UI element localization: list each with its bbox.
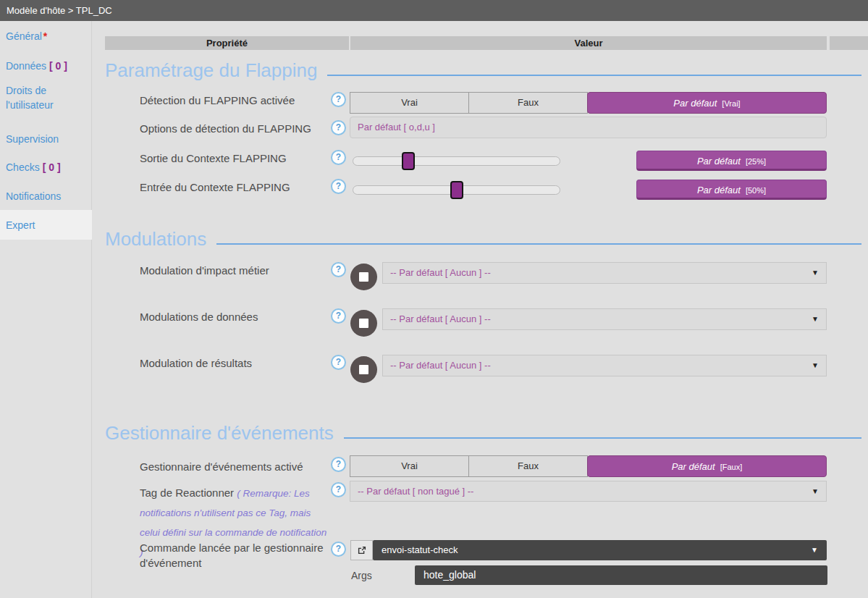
column-header-property: Propriété [105,36,349,50]
commande-select[interactable]: envoi-statut-check ▼ [373,540,827,560]
sidebar-item-notifications[interactable]: Notifications [0,189,92,203]
sortie-default-button[interactable]: Par défaut[25%] [636,151,827,171]
required-asterisk: * [43,30,47,42]
host-template-page: Modèle d'hôte > TPL_DC Général* Données[… [0,0,868,598]
chevron-down-icon: ▼ [812,481,819,502]
section-evenements: Gestionnaire d'événements [105,422,861,444]
count-badge: [ 0 ] [43,161,61,173]
help-icon[interactable]: ? [331,308,346,324]
help-icon[interactable]: ? [331,542,346,557]
slider-handle[interactable] [402,152,415,170]
label-commande-gestionnaire: Commande lancée par le gestionnaire d'év… [140,540,342,570]
section-flapping: Paramétrage du Flapping [105,59,861,81]
gestionnaire-true-button[interactable]: Vrai [350,455,469,477]
flapping-options-input[interactable]: Par défaut [ o,d,u ] [350,117,827,138]
help-icon[interactable]: ? [331,482,346,497]
modulation-impact-select[interactable]: -- Par défaut [ Aucun ] -- ▼ [382,262,827,284]
sidebar-item-general[interactable]: Général* [0,29,92,43]
external-link-icon [357,545,367,555]
label-sortie-flapping: Sortie du Contexte FLAPPING [140,151,287,166]
entree-slider[interactable] [353,185,560,195]
help-icon[interactable]: ? [331,262,346,277]
help-icon[interactable]: ? [331,120,346,135]
column-header-value: Valeur [350,36,827,50]
chevron-down-icon: ▼ [812,355,819,376]
tag-reactionner-select[interactable]: -- Par défaut [ non tagué ] -- ▼ [350,481,827,502]
chevron-down-icon: ▼ [812,309,819,329]
section-title: Modulations [105,228,206,250]
sidebar-item-donnees[interactable]: Données[ 0 ] [0,59,92,73]
label-options-flapping: Options de détection du FLAPPING [140,122,311,136]
label-detection-flapping: Détection du FLAPPING activée [140,93,295,108]
label-entree-flapping: Entrée du Contexte FLAPPING [140,180,290,195]
stop-icon [359,272,368,282]
label-modulation-resultats: Modulation de résultats [140,356,252,371]
sidebar-item-checks[interactable]: Checks[ 0 ] [0,160,92,174]
clear-modulation-button[interactable] [350,310,377,337]
chevron-down-icon: ▼ [811,540,818,560]
chevron-down-icon: ▼ [812,263,819,283]
stop-icon [359,365,368,374]
detection-true-button[interactable]: Vrai [350,92,469,114]
breadcrumb-bar: Modèle d'hôte > TPL_DC [0,0,868,21]
sidebar-item-droits[interactable]: Droits de l'utilisateur [0,83,83,112]
section-title: Paramétrage du Flapping [105,59,317,81]
column-header-spacer [830,36,868,50]
section-rule [216,243,861,245]
help-icon[interactable]: ? [331,355,346,370]
breadcrumb: Modèle d'hôte > TPL_DC [7,5,112,16]
section-rule [344,437,861,439]
entree-default-button[interactable]: Par défaut[50%] [636,180,827,200]
help-icon[interactable]: ? [331,92,346,107]
count-badge: [ 0 ] [49,60,67,72]
sidebar-item-supervision[interactable]: Supervision [0,132,92,146]
gestionnaire-false-button[interactable]: Faux [468,455,588,477]
detection-false-button[interactable]: Faux [468,92,588,114]
help-icon[interactable]: ? [331,179,346,194]
section-modulations: Modulations [105,228,861,250]
modulation-donnees-select[interactable]: -- Par défaut [ Aucun ] -- ▼ [382,308,827,330]
detection-default-button[interactable]: Par défaut[Vrai] [587,92,827,114]
args-label: Args [351,570,372,581]
sidebar-item-expert[interactable]: Expert [0,210,92,240]
stop-icon [359,319,368,328]
sortie-slider[interactable] [353,156,560,166]
label-modulation-impact: Modulation d'impact métier [140,264,269,278]
section-rule [327,75,861,76]
label-gestionnaire-active: Gestionnaire d'événements activé [140,460,303,474]
modulation-resultats-select[interactable]: -- Par défaut [ Aucun ] -- ▼ [382,355,827,376]
open-command-button[interactable] [350,540,373,560]
clear-modulation-button[interactable] [350,264,377,290]
label-modulation-donnees: Modulations de données [140,310,258,324]
help-icon[interactable]: ? [331,457,346,472]
help-icon[interactable]: ? [331,150,346,165]
gestionnaire-default-button[interactable]: Par défaut[Faux] [587,455,827,477]
section-title: Gestionnaire d'événements [105,422,334,444]
clear-modulation-button[interactable] [350,356,377,383]
sidebar: Général* Données[ 0 ] Droits de l'utilis… [0,21,92,598]
args-input[interactable]: hote_global [415,565,827,585]
slider-handle[interactable] [450,181,463,199]
